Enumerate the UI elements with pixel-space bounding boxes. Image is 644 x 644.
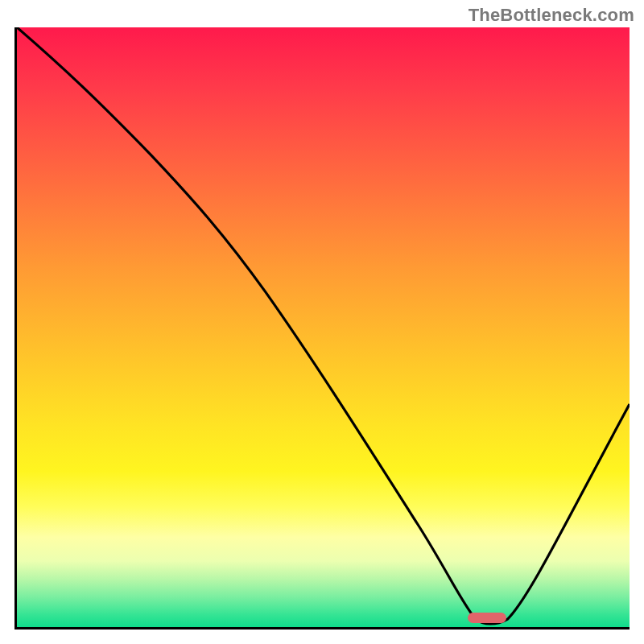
chart-container: TheBottleneck.com	[0, 0, 644, 644]
optimal-range-marker	[468, 613, 506, 623]
bottleneck-curve-path	[17, 27, 630, 624]
bottleneck-curve-svg	[17, 27, 630, 627]
plot-area	[14, 27, 630, 630]
watermark-text: TheBottleneck.com	[469, 5, 634, 26]
